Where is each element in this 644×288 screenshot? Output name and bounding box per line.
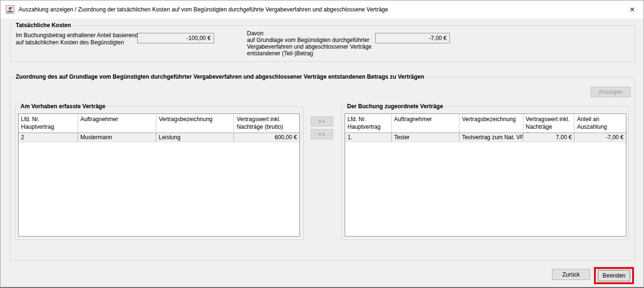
close-button[interactable]: ✕: [626, 4, 638, 15]
header-cell: Auftragnehmer: [78, 114, 156, 133]
table-row[interactable]: 2 Mustermann Leistung 600,00 €: [19, 133, 299, 142]
table-row[interactable]: 1. Tester Testvertrag zum Nat. VF 7,00 €…: [345, 133, 626, 142]
table-cell: Tester: [392, 133, 460, 142]
booking-share-label: Im Buchungsbetrag enthaltener Anteil bas…: [16, 32, 138, 46]
move-to-assigned-button[interactable]: >>: [311, 116, 333, 126]
table-cell: 2: [19, 133, 78, 142]
table-cell: -7,00 €: [574, 133, 626, 142]
header-cell: Vertragswert inkl. Nachträge (brutto): [234, 114, 299, 133]
booking-share-field[interactable]: -100,00 €: [137, 33, 214, 43]
header-cell: Lfd. Nr. Hauptvertrag: [19, 114, 78, 133]
assigned-contracts-table: Lfd. Nr. Hauptvertrag Auftragnehmer Vert…: [345, 113, 626, 237]
header-cell: Vertragsbezeichnung: [156, 114, 234, 133]
finish-button[interactable]: Beenden: [598, 270, 630, 281]
show-button[interactable]: Anzeigen: [591, 87, 631, 97]
header-cell: Vertragsbezeichnung: [460, 114, 523, 133]
group-assigned-contracts-title: Der Buchung zugeordnete Verträge: [346, 103, 444, 110]
table-cell: Testvertrag zum Nat. VF: [460, 133, 523, 142]
procurement-share-label: Davon auf Grundlage vom Begünstigten dur…: [247, 30, 372, 57]
table-header-row: Lfd. Nr. Hauptvertrag Auftragnehmer Vert…: [19, 114, 299, 133]
dialog-window: Auszahlung anzeigen / Zuordnung der tats…: [0, 0, 644, 288]
table-cell: Mustermann: [78, 133, 156, 142]
table-cell: Leistung: [156, 133, 234, 142]
back-button[interactable]: Zurück: [552, 269, 590, 280]
move-to-available-button[interactable]: <<: [311, 129, 333, 139]
app-icon: [6, 5, 14, 14]
table-header-row: Lfd. Nr. Hauptvertrag Auftragnehmer Vert…: [345, 114, 626, 133]
table-cell: 600,00 €: [234, 133, 299, 142]
header-cell: Vertragswert inkl. Nachträge (brutto): [523, 114, 575, 133]
group-assignment: Zuordnung des auf Grundlage vom Begünsti…: [10, 77, 635, 261]
title-bar: Auszahlung anzeigen / Zuordnung der tats…: [0, 0, 644, 19]
group-actual-costs-title: Tatsächliche Kosten: [14, 22, 72, 29]
group-assignment-title: Zuordnung des auf Grundlage vom Begünsti…: [14, 73, 426, 80]
header-cell: Lfd. Nr. Hauptvertrag: [345, 114, 392, 133]
header-cell: Auftragnehmer: [392, 114, 460, 133]
table-cell: 1.: [345, 133, 392, 142]
header-cell: Anteil an Auszahlung: [574, 114, 626, 133]
table-cell: 7,00 €: [523, 133, 575, 142]
procurement-share-field[interactable]: -7,00 €: [375, 33, 450, 43]
available-contracts-table: Lfd. Nr. Hauptvertrag Auftragnehmer Vert…: [18, 113, 300, 237]
group-assigned-contracts: Der Buchung zugeordnete Verträge Lfd. Nr…: [341, 106, 629, 240]
group-available-contracts: Am Vorhaben erfasste Verträge Lfd. Nr. H…: [15, 106, 304, 240]
group-actual-costs: Tatsächliche Kosten Im Buchungsbetrag en…: [10, 25, 635, 62]
group-available-contracts-title: Am Vorhaben erfasste Verträge: [19, 103, 107, 110]
window-title: Auszahlung anzeigen / Zuordnung der tats…: [19, 6, 388, 13]
